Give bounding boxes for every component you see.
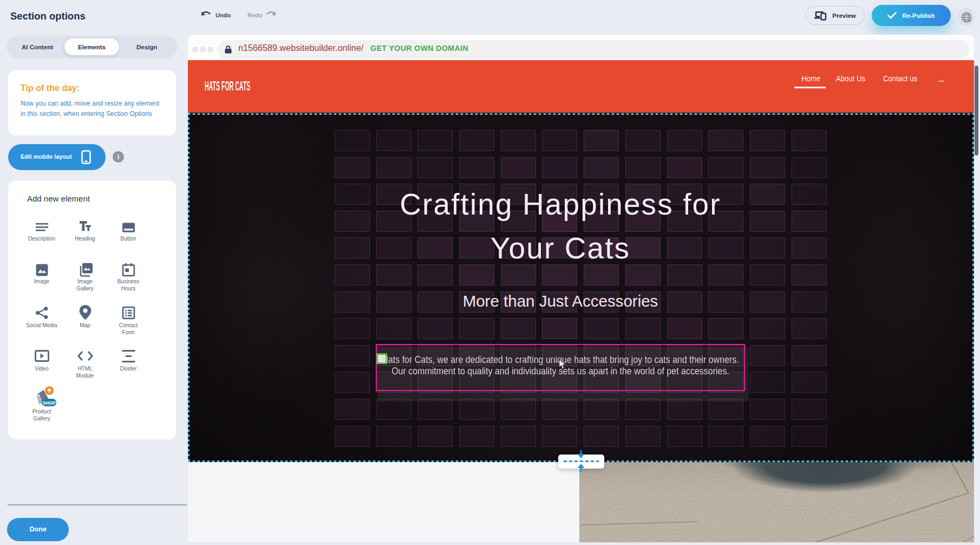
- svg-text:SHOP: SHOP: [42, 400, 55, 406]
